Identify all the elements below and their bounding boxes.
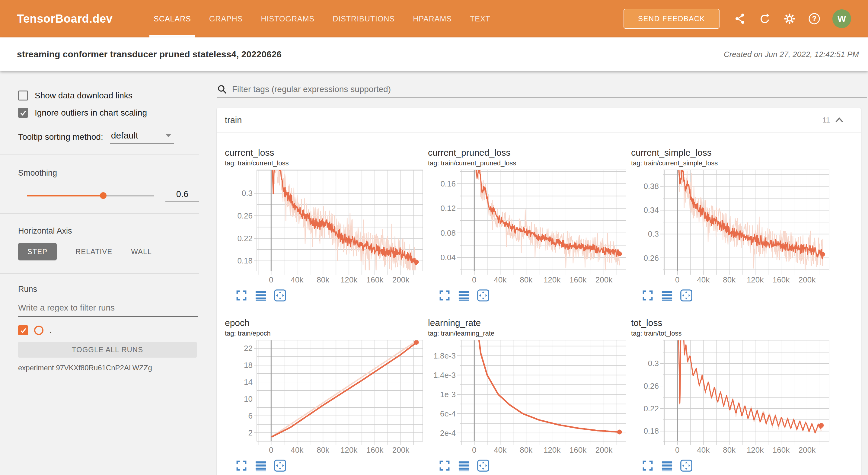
run-checkbox[interactable] — [18, 325, 28, 335]
svg-text:200k: 200k — [392, 275, 409, 284]
svg-text:80k: 80k — [723, 275, 736, 284]
chevron-up-icon — [835, 117, 844, 123]
svg-text:40k: 40k — [697, 445, 710, 454]
svg-text:0.3: 0.3 — [242, 189, 253, 198]
svg-text:200k: 200k — [595, 275, 613, 284]
tooltip-sorting-select[interactable]: default — [110, 130, 174, 144]
chart-plot[interactable]: 040k80k120k160k200k0.380.340.30.26 — [631, 169, 834, 288]
refresh-icon[interactable] — [758, 12, 771, 25]
tooltip-sorting-label: Tooltip sorting method: — [18, 132, 103, 142]
svg-text:120k: 120k — [747, 445, 764, 454]
chart-plot[interactable]: 040k80k120k160k200k2610141822 — [225, 340, 428, 458]
train-card-header[interactable]: train 11 — [217, 108, 861, 132]
haxis-step-button[interactable]: STEP — [18, 243, 57, 260]
svg-text:18: 18 — [244, 360, 253, 370]
haxis-wall-button[interactable]: WALL — [131, 248, 152, 256]
chart-plot[interactable]: 040k80k120k160k200k1.8e-31.4e-31e-36e-42… — [428, 340, 631, 458]
svg-text:120k: 120k — [340, 275, 358, 284]
data-lines-icon[interactable] — [661, 459, 673, 472]
send-feedback-button[interactable]: SEND FEEDBACK — [623, 9, 719, 29]
tab-histograms[interactable]: HISTOGRAMS — [257, 0, 319, 37]
horizontal-axis-label: Horizontal Axis — [18, 226, 72, 236]
tab-distributions[interactable]: DISTRIBUTIONS — [329, 0, 399, 37]
data-lines-icon[interactable] — [458, 459, 470, 472]
experiment-title-bar: streaming conformer transducer pruned st… — [0, 37, 868, 71]
svg-text:10: 10 — [244, 394, 253, 404]
svg-text:80k: 80k — [520, 275, 533, 284]
svg-text:0.22: 0.22 — [237, 234, 253, 243]
fit-domain-icon[interactable] — [477, 459, 490, 472]
fit-domain-icon[interactable] — [680, 289, 693, 302]
tab-hparams[interactable]: HPARAMS — [409, 0, 456, 37]
svg-text:0: 0 — [472, 275, 476, 284]
data-lines-icon[interactable] — [254, 289, 267, 302]
run-color-swatch[interactable] — [34, 326, 43, 335]
chart-plot[interactable]: 040k80k120k160k200k0.30.260.220.18 — [631, 340, 834, 458]
svg-text:200k: 200k — [595, 445, 613, 454]
chart-tag: tag: train/current_loss — [225, 159, 428, 167]
svg-text:0.26: 0.26 — [644, 381, 659, 390]
app-logo[interactable]: TensorBoard.dev — [17, 12, 113, 25]
expand-chart-icon[interactable] — [641, 459, 654, 472]
chart-plot[interactable]: 040k80k120k160k200k0.160.120.080.04 — [428, 169, 631, 288]
svg-text:0.22: 0.22 — [644, 404, 659, 413]
svg-text:0.38: 0.38 — [644, 182, 659, 191]
expand-chart-icon[interactable] — [641, 289, 654, 302]
svg-text:2e-4: 2e-4 — [440, 429, 456, 438]
slider-thumb[interactable] — [100, 192, 106, 199]
data-lines-icon[interactable] — [254, 459, 267, 472]
sidebar-divider — [0, 273, 199, 274]
group-name: train — [225, 115, 242, 125]
svg-text:0.18: 0.18 — [644, 426, 659, 436]
chart-plot[interactable]: 040k80k120k160k200k0.30.260.220.18 — [225, 169, 428, 288]
collapse-group-control[interactable]: 11 — [823, 116, 844, 124]
gear-icon[interactable] — [783, 12, 796, 25]
fit-domain-icon[interactable] — [477, 289, 490, 302]
header-actions: SEND FEEDBACK — [623, 9, 868, 29]
expand-chart-icon[interactable] — [438, 459, 451, 472]
data-lines-icon[interactable] — [458, 289, 470, 302]
svg-text:40k: 40k — [494, 445, 507, 454]
avatar[interactable]: W — [832, 9, 851, 28]
ignore-outliers-checkbox[interactable] — [18, 108, 28, 118]
expand-chart-icon[interactable] — [438, 289, 451, 302]
ignore-outliers-label: Ignore outliers in chart scaling — [35, 108, 147, 118]
help-icon[interactable]: ? — [808, 12, 821, 25]
smoothing-slider[interactable] — [27, 192, 154, 199]
expand-chart-icon[interactable] — [235, 289, 248, 302]
show-download-links-label: Show data download links — [35, 91, 132, 100]
nav-tabs: SCALARS GRAPHS HISTOGRAMS DISTRIBUTIONS … — [145, 0, 499, 37]
fit-domain-icon[interactable] — [274, 459, 286, 472]
svg-text:120k: 120k — [544, 275, 561, 284]
share-icon[interactable] — [734, 12, 747, 25]
svg-text:0.3: 0.3 — [648, 359, 659, 368]
show-download-links-checkbox[interactable] — [18, 91, 28, 100]
toggle-all-runs-button[interactable]: TOGGLE ALL RUNS — [18, 342, 197, 358]
tab-text[interactable]: TEXT — [466, 0, 495, 37]
svg-text:120k: 120k — [544, 445, 561, 454]
svg-text:?: ? — [812, 14, 817, 23]
charts-grid: current_loss tag: train/current_loss 040… — [217, 132, 861, 475]
filter-tags-input[interactable]: Filter tags (regular expressions support… — [217, 81, 867, 98]
slider-fill — [27, 195, 103, 196]
svg-text:160k: 160k — [569, 445, 587, 454]
expand-chart-icon[interactable] — [235, 459, 248, 472]
tab-scalars[interactable]: SCALARS — [149, 0, 195, 37]
experiment-id: experiment 97VKXf80Ru61CnP2ALWZZg — [18, 363, 199, 372]
group-count: 11 — [823, 116, 830, 124]
fit-domain-icon[interactable] — [274, 289, 286, 302]
smoothing-value-field[interactable]: 0.6 — [165, 189, 199, 201]
haxis-relative-button[interactable]: RELATIVE — [75, 248, 112, 256]
tab-graphs[interactable]: GRAPHS — [205, 0, 247, 37]
runs-filter-input[interactable]: Write a regex to filter runs — [18, 303, 198, 317]
svg-text:40k: 40k — [697, 275, 710, 284]
chart-toolbar — [225, 289, 428, 302]
scalar-chart: current_simple_loss tag: train/current_s… — [631, 148, 834, 298]
svg-text:0.18: 0.18 — [237, 256, 253, 265]
svg-text:0: 0 — [269, 275, 273, 284]
scalars-main: Filter tags (regular expressions support… — [199, 71, 868, 475]
data-lines-icon[interactable] — [661, 289, 673, 302]
fit-domain-icon[interactable] — [680, 459, 693, 472]
run-name: . — [50, 326, 52, 335]
runs-filter-placeholder: Write a regex to filter runs — [18, 303, 198, 313]
